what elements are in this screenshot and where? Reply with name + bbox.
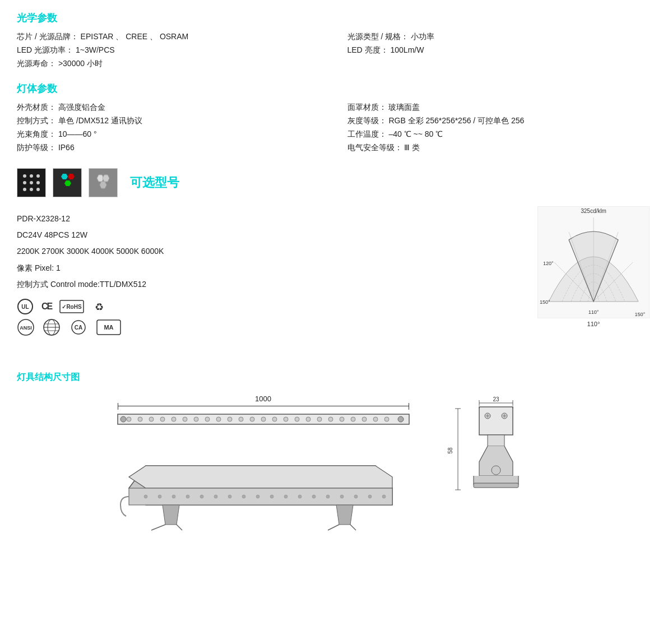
svg-point-92 <box>368 495 372 498</box>
param-led-type: 光源类型 / 规格： 小功率 <box>347 30 656 44</box>
svg-marker-16 <box>103 175 109 182</box>
svg-text:♻: ♻ <box>95 302 104 313</box>
param-beam-angle: 光束角度： 10——60 ° <box>17 128 325 141</box>
dim-width-annotation: 1000 <box>118 395 409 410</box>
svg-text:150°: 150° <box>540 299 550 305</box>
svg-rect-75 <box>129 488 392 505</box>
svg-point-54 <box>205 417 210 421</box>
svg-text:325cd/klm: 325cd/klm <box>581 208 606 214</box>
swatch-white-hex[interactable] <box>89 168 118 197</box>
svg-line-98 <box>328 525 339 530</box>
param-safety: 电气安全等级： Ⅲ 类 <box>347 141 656 155</box>
svg-marker-97 <box>336 505 353 525</box>
polar-diagram: 325cd/klm 150° 120° 110° 150° <box>537 206 650 318</box>
svg-point-81 <box>214 495 217 498</box>
model-content-area: PDR-X2328-12 DC24V 48PCS 12W 2200K 2700K… <box>17 206 655 338</box>
svg-text:ANSI: ANSI <box>20 325 32 331</box>
model-left: PDR-X2328-12 DC24V 48PCS 12W 2200K 2700K… <box>17 206 532 338</box>
svg-text:120°: 120° <box>543 261 554 266</box>
svg-text:23: 23 <box>493 396 499 402</box>
cert-row-1: UL CE ✓RoHS ♻ <box>17 298 532 315</box>
svg-point-79 <box>186 495 189 498</box>
optical-params-right: 光源类型 / 规格： 小功率 LED 亮度： 100Lm/W <box>347 30 656 71</box>
svg-point-89 <box>326 495 330 498</box>
svg-point-93 <box>382 495 386 498</box>
side-dim-svg: 23 58 <box>446 395 558 507</box>
svg-text:MA: MA <box>104 324 113 331</box>
svg-point-7 <box>23 188 26 191</box>
svg-point-66 <box>340 417 344 421</box>
param-chip-brand: 芯片 / 光源品牌： EPISTAR 、 CREE 、 OSRAM <box>17 30 325 44</box>
cert-ul: UL <box>17 298 34 315</box>
color-options-row: 可选型号 <box>17 168 655 197</box>
svg-point-55 <box>216 417 221 421</box>
param-protection: 防护等级： IP66 <box>17 141 325 155</box>
svg-point-52 <box>183 417 187 421</box>
svg-point-56 <box>228 417 232 421</box>
svg-point-62 <box>295 417 299 421</box>
svg-rect-116 <box>474 483 518 488</box>
svg-rect-108 <box>479 407 513 435</box>
svg-point-8 <box>30 188 33 191</box>
svg-point-80 <box>200 495 203 498</box>
svg-point-117 <box>492 466 500 475</box>
dim-drawings: 1000 <box>17 395 655 533</box>
svg-point-88 <box>312 495 316 498</box>
svg-point-86 <box>284 495 288 498</box>
param-shell: 外壳材质： 高强度铝合金 <box>17 101 325 114</box>
param-gray: 灰度等级： RGB 全彩 256*256*256 / 可控单色 256 <box>347 114 656 128</box>
svg-point-85 <box>270 495 274 498</box>
fixture-3d-view <box>118 432 409 533</box>
svg-point-72 <box>398 416 404 422</box>
svg-text:58: 58 <box>447 447 453 454</box>
svg-point-60 <box>272 417 277 421</box>
svg-point-84 <box>256 495 259 498</box>
svg-point-69 <box>373 417 378 421</box>
optical-title: 光学参数 <box>17 11 655 25</box>
param-led-brightness: LED 亮度： 100Lm/W <box>347 44 656 57</box>
model-number: PDR-X2328-12 <box>17 212 532 226</box>
svg-point-53 <box>194 417 198 421</box>
svg-point-83 <box>242 495 245 498</box>
swatch-rgb-hex[interactable] <box>53 168 82 197</box>
svg-point-1 <box>23 174 26 178</box>
optical-params-left: 芯片 / 光源品牌： EPISTAR 、 CREE 、 OSRAM LED 光源… <box>17 30 325 71</box>
svg-point-4 <box>23 181 26 184</box>
model-control: 控制方式 Control mode:TTL/DMX512 <box>17 277 532 291</box>
svg-line-99 <box>350 525 356 530</box>
polar-label-150right: 150° <box>634 312 645 317</box>
body-params-left: 外壳材质： 高强度铝合金 控制方式： 单色 /DMX512 通讯协议 光束角度：… <box>17 101 325 155</box>
svg-marker-17 <box>100 182 106 188</box>
svg-point-59 <box>261 417 266 421</box>
svg-point-61 <box>284 417 288 421</box>
model-specs: DC24V 48PCS 12W <box>17 228 532 242</box>
svg-line-95 <box>151 525 165 530</box>
svg-point-67 <box>351 417 355 421</box>
svg-point-70 <box>384 417 389 421</box>
cert-ma: MA <box>96 319 121 337</box>
svg-point-82 <box>228 495 231 498</box>
dimensions-title: 灯具结构尺寸图 <box>17 372 655 383</box>
svg-point-6 <box>36 181 40 184</box>
svg-point-87 <box>298 495 302 498</box>
dim-right-view: 23 58 <box>446 395 558 507</box>
svg-point-90 <box>340 495 344 498</box>
svg-point-49 <box>149 417 154 421</box>
svg-point-78 <box>172 495 175 498</box>
svg-point-64 <box>317 417 322 421</box>
polar-angle-label: 110° <box>587 321 600 327</box>
dimensions-section: 灯具结构尺寸图 1000 <box>17 372 655 533</box>
param-temp: 工作温度： –40 ℃ ~~ 80 ℃ <box>347 128 656 141</box>
svg-text:CA: CA <box>75 325 82 331</box>
cert-ca: CA <box>68 319 89 337</box>
svg-point-48 <box>138 417 142 421</box>
svg-marker-74 <box>129 466 392 488</box>
swatch-black-dots[interactable] <box>17 168 46 197</box>
polar-svg: 325cd/klm 150° 120° 110° <box>537 206 650 318</box>
cert-rohs: ✓RoHS <box>59 300 84 313</box>
dim-width-label: 1000 <box>255 395 271 403</box>
svg-point-57 <box>239 417 243 421</box>
svg-point-58 <box>250 417 254 421</box>
body-params-grid: 外壳材质： 高强度铝合金 控制方式： 单色 /DMX512 通讯协议 光束角度：… <box>17 101 655 155</box>
param-control: 控制方式： 单色 /DMX512 通讯协议 <box>17 114 325 128</box>
